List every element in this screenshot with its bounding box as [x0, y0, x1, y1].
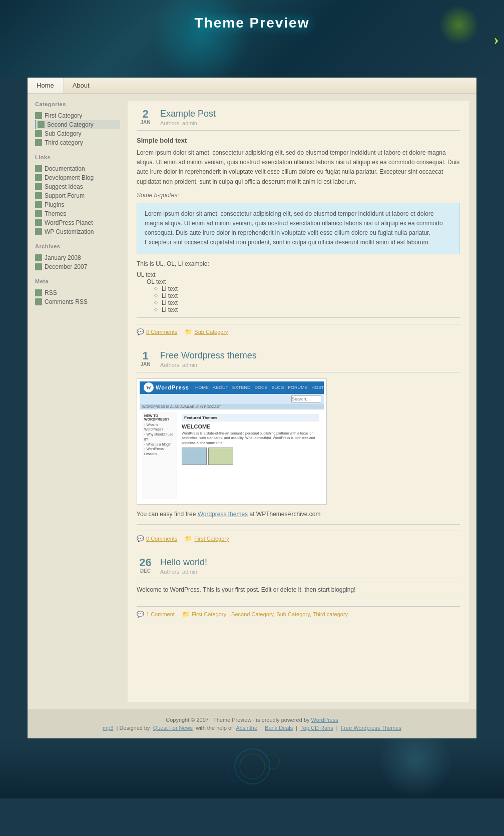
category-icon: 📁 — [185, 535, 192, 542]
footer-top-cd-rahs-link[interactable]: Top CD Rahs — [300, 725, 333, 731]
post-month: JAN — [137, 120, 154, 125]
sidebar-item-second-category[interactable]: Second Category — [35, 120, 120, 129]
footer-free-wp-themes-link[interactable]: Free Wordpress Themes — [341, 725, 401, 731]
post-author: Authors: admin — [160, 569, 460, 575]
post-title-area: Example Post Authors: admin — [160, 109, 460, 126]
post-subtitle: Simple bold text — [137, 137, 460, 144]
category-link-2[interactable]: Second Category — [231, 611, 273, 617]
post-header: 1 JAN Free Wordpress themes Authors: adm… — [137, 350, 460, 368]
wp-screenshot-thumbnails — [182, 448, 319, 465]
sidebar-item-comments-rss[interactable]: Comments RSS — [35, 297, 120, 306]
post-comments: 💬 0 Comments — [137, 535, 177, 542]
sidebar-item-sub-category[interactable]: Sub Category — [35, 129, 120, 138]
post-header: 26 DEC Hello world! Authors: admin — [137, 557, 460, 575]
footer-quest-for-news-link[interactable]: Quest For News — [153, 725, 193, 731]
footer-mp3-link[interactable]: mp3 — [103, 725, 113, 731]
post-title[interactable]: Example Post — [160, 109, 460, 119]
post-month: DEC — [137, 568, 154, 574]
comment-icon: 💬 — [137, 328, 144, 335]
sidebar-item-suggest-ideas[interactable]: Suggest Ideas — [35, 182, 120, 191]
svg-point-3 — [265, 754, 280, 769]
sidebar-item-support-forum[interactable]: Support Forum — [35, 191, 120, 200]
nav-home-link[interactable]: Home — [28, 78, 64, 93]
post-divider — [137, 130, 460, 131]
page-icon — [35, 174, 42, 181]
wp-search-input[interactable] — [291, 395, 321, 402]
sidebar-item-first-category[interactable]: First Category — [35, 111, 120, 120]
footer-bank-deals-link[interactable]: Bank Deals — [265, 725, 293, 731]
categories-heading: Categories — [35, 101, 120, 108]
sidebar-item-wp-customization[interactable]: WP Customization — [35, 227, 120, 236]
content-layout: Categories First Category Second Categor… — [28, 94, 476, 709]
post-quote-label: Some b-quotes: — [137, 192, 460, 199]
site-footer: Copyright © 2007 · Theme Preview · is pr… — [28, 709, 476, 738]
footer-absinthe-link[interactable]: Absinthe — [236, 725, 257, 731]
comments-link[interactable]: 0 Comments — [146, 329, 177, 335]
sidebar-item-wordpress-planet[interactable]: WordPress Planet — [35, 218, 120, 227]
wp-nav-extend: EXTEND — [232, 385, 251, 390]
category-link-3[interactable]: Sub Category — [276, 611, 309, 617]
sidebar-item-third-category[interactable]: Third category — [35, 138, 120, 147]
li-item-4: Li text — [154, 306, 460, 313]
main-content: 2 JAN Example Post Authors: admin Simple… — [128, 101, 469, 702]
wp-main-small: Featured Themes WELCOME WordPress is a s… — [180, 412, 321, 499]
wp-welcome-heading: WELCOME — [182, 424, 319, 430]
post-title[interactable]: Free Wordpress themes — [160, 350, 460, 361]
page-icon — [35, 192, 42, 199]
site-title: Theme Preview — [0, 0, 504, 31]
comments-link[interactable]: 0 Comments — [146, 536, 177, 542]
sidebar-item-documentation[interactable]: Documentation — [35, 164, 120, 173]
sidebar-item-december-2007[interactable]: December 2007 — [35, 262, 120, 271]
sidebar-item-rss[interactable]: RSS — [35, 288, 120, 297]
wordpress-themes-link[interactable]: Wordpress themes — [198, 511, 248, 518]
wp-logo-circle: W — [144, 382, 154, 392]
post-author: Authors: admin — [160, 120, 460, 126]
ol-item: OL text — [147, 278, 460, 285]
post-comments: 💬 1 Comment — [137, 611, 175, 618]
category-link-1[interactable]: First Category — [192, 611, 226, 617]
page-icon — [35, 263, 42, 270]
sidebar-item-plugins[interactable]: Plugins — [35, 200, 120, 209]
post-category: 📁 First Category, Second Category, Sub C… — [182, 611, 348, 618]
li-item-1: Li text — [154, 285, 460, 292]
category-link[interactable]: First Category — [194, 536, 229, 542]
nav-arrow-right-icon[interactable]: › — [493, 30, 499, 48]
sidebar-item-january-2008[interactable]: January 2008 — [35, 253, 120, 262]
post-day: 26 — [137, 557, 154, 568]
navigation-bar: Home About — [28, 78, 476, 94]
page-icon — [35, 228, 42, 235]
sidebar-item-themes[interactable]: Themes — [35, 209, 120, 218]
wordpress-screenshot: W WordPress HOME ABOUT EXTEND DOCS BLOG … — [137, 378, 327, 505]
extra-categories: , Second Category, Sub Category, Third c… — [228, 611, 348, 617]
page-wrapper: Home About Categories First Category Sec… — [28, 78, 476, 738]
comments-link[interactable]: 1 Comment — [146, 611, 175, 617]
category-icon: 📁 — [185, 328, 192, 335]
archives-heading: Archives — [35, 243, 120, 250]
wp-new-to-wordpress: NEW TO WORDPRESS? — [144, 414, 175, 421]
post-month: JAN — [137, 361, 154, 367]
nav-about-link[interactable]: About — [64, 78, 99, 93]
wp-nav-blog: BLOG — [271, 385, 284, 390]
post-free-wordpress-themes: 1 JAN Free Wordpress themes Authors: adm… — [137, 350, 460, 542]
wp-logo-text: WordPress — [156, 384, 189, 390]
post-title-area: Free Wordpress themes Authors: admin — [160, 350, 460, 368]
bottom-decoration — [0, 738, 504, 798]
post-divider — [137, 372, 460, 372]
post-title[interactable]: Hello world! — [160, 557, 460, 568]
page-icon — [35, 201, 42, 208]
footer-wordpress-link[interactable]: WordPress — [311, 717, 338, 723]
post-category: 📁 Sub Category — [185, 328, 228, 335]
wp-content-area: NEW TO WORDPRESS? ◦ What is WordPress? ◦… — [140, 409, 324, 502]
footer-copyright: Copyright © 2007 · Theme Preview · is pr… — [35, 717, 469, 723]
post-footer: 💬 0 Comments 📁 Sub Category — [137, 324, 460, 335]
sidebar-item-development-blog[interactable]: Development Blog — [35, 173, 120, 182]
footer-links: mp3 | Designed by Quest For News with th… — [35, 725, 469, 731]
bottom-deco-circles — [202, 746, 302, 788]
page-icon — [35, 130, 42, 137]
page-icon — [35, 298, 42, 305]
post-hello-world: 26 DEC Hello world! Authors: admin Welco… — [137, 557, 460, 618]
wp-sidebar-links: ◦ What is WordPress? ◦ Why should I use … — [144, 423, 175, 457]
post-body: You can easy find free Wordpress themes … — [137, 510, 460, 519]
category-link[interactable]: Sub Category — [194, 329, 228, 335]
category-link-4[interactable]: Third category — [313, 611, 348, 617]
